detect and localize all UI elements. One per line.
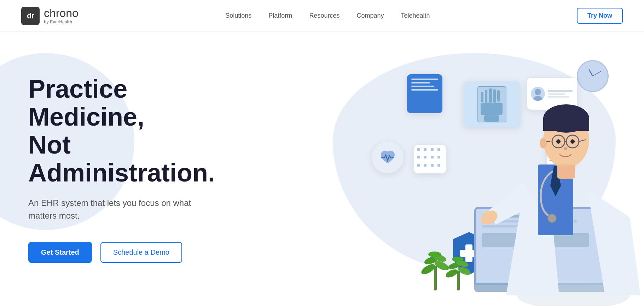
navbar: dr chrono by EverHealth Solutions Platfo…	[0, 0, 644, 32]
svg-rect-12	[434, 266, 437, 290]
svg-point-17	[428, 252, 441, 257]
nav-item-telehealth[interactable]: Telehealth	[401, 12, 430, 19]
calendar-card	[414, 145, 446, 173]
logo: dr chrono by EverHealth	[21, 7, 79, 25]
nav-link-solutions[interactable]: Solutions	[225, 12, 251, 19]
cal-dot	[437, 156, 440, 158]
svg-point-36	[564, 147, 567, 150]
logo-text: chrono by EverHealth	[44, 7, 79, 24]
nav-item-solutions[interactable]: Solutions	[225, 12, 251, 19]
hero-section: Practice Medicine, Not Administration. A…	[0, 32, 644, 306]
svg-point-40	[548, 214, 556, 223]
plant-1-icon	[421, 244, 449, 292]
hero-subtext: An EHR system that lets you focus on wha…	[28, 197, 205, 222]
cal-dot	[431, 148, 434, 151]
nav-item-resources[interactable]: Resources	[309, 12, 340, 19]
clock-hour-hand	[588, 69, 593, 76]
heart-rate-card	[372, 142, 404, 173]
cal-dot	[417, 164, 420, 167]
hero-headline: Practice Medicine, Not Administration.	[28, 75, 240, 187]
clock-minute-hand	[593, 71, 602, 76]
nav-item-company[interactable]: Company	[356, 12, 384, 19]
nav-link-platform[interactable]: Platform	[268, 12, 292, 19]
get-started-button[interactable]: Get Started	[28, 242, 92, 263]
logo-sub: by EverHealth	[44, 19, 79, 24]
doctor-figure	[460, 76, 644, 306]
cal-dot	[424, 156, 427, 158]
cal-dot	[431, 156, 434, 158]
doctor-svg	[460, 76, 644, 306]
schedule-demo-button[interactable]: Schedule a Demo	[100, 242, 182, 263]
hero-illustration: BP 118 78 80	[273, 32, 644, 306]
svg-rect-38	[557, 164, 575, 179]
nav-link-telehealth[interactable]: Telehealth	[401, 12, 430, 19]
svg-rect-28	[543, 119, 589, 131]
logo-icon: dr	[21, 7, 40, 25]
cal-dot	[417, 148, 420, 151]
cal-dot	[424, 164, 427, 167]
cal-dot	[437, 148, 440, 151]
nav-link-company[interactable]: Company	[356, 12, 384, 19]
heart-rate-icon	[378, 148, 398, 167]
nav-link-resources[interactable]: Resources	[309, 12, 340, 19]
notes-card	[407, 74, 442, 113]
svg-point-35	[570, 139, 575, 144]
nav-item-platform[interactable]: Platform	[268, 12, 292, 19]
nav-links: Solutions Platform Resources Company Tel…	[225, 12, 430, 19]
cal-dot	[437, 164, 440, 167]
svg-point-34	[556, 139, 561, 144]
cal-dot	[417, 156, 420, 158]
cal-dot	[424, 148, 427, 151]
notes-line-1	[411, 79, 438, 80]
notes-line-2	[411, 82, 430, 83]
hero-content: Practice Medicine, Not Administration. A…	[0, 47, 240, 291]
svg-rect-18	[457, 271, 460, 290]
notes-line-4	[411, 89, 438, 91]
plant-1-svg	[421, 244, 449, 290]
try-now-button[interactable]: Try Now	[577, 8, 623, 24]
hero-buttons: Get Started Schedule a Demo	[28, 242, 240, 263]
cal-dot	[431, 164, 434, 167]
notes-line-3	[411, 86, 434, 87]
svg-point-37	[540, 138, 547, 149]
logo-name: chrono	[44, 7, 79, 19]
